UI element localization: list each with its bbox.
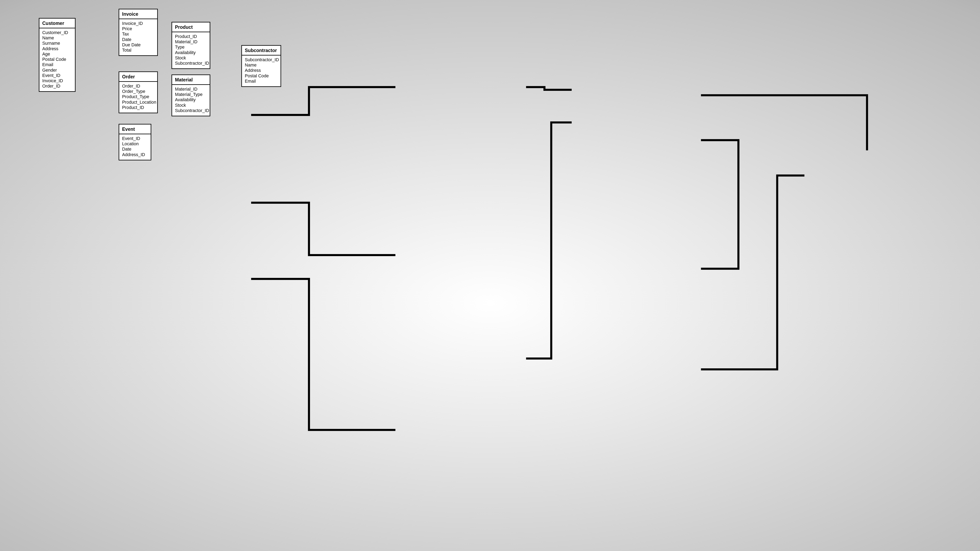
entity-subcontractor: Subcontractor Subcontractor_ID Name Addr… xyxy=(241,45,281,87)
field: Subcontractor_ID xyxy=(175,60,207,66)
field: Availability xyxy=(175,50,207,55)
entity-title: Invoice xyxy=(119,10,157,19)
entity-title: Customer xyxy=(40,19,75,29)
entity-title: Material xyxy=(172,75,210,85)
entity-fields: Product_ID Material_ID Type Availability… xyxy=(172,32,210,68)
entity-fields: Subcontractor_ID Name Address Postal Cod… xyxy=(242,56,280,86)
field: Gender xyxy=(42,68,72,73)
field: Subcontractor_ID xyxy=(245,57,278,62)
field: Material_ID xyxy=(175,39,207,44)
entity-title: Product xyxy=(172,22,210,32)
entity-material: Material Material_ID Material_Type Avail… xyxy=(172,75,210,116)
entity-fields: Material_ID Material_Type Availability S… xyxy=(172,85,210,116)
entity-fields: Invoice_ID Price Tax Date Due Date Total xyxy=(119,19,157,55)
field: Stock xyxy=(175,55,207,60)
entity-title: Event xyxy=(119,124,151,134)
field: Order_ID xyxy=(42,83,72,89)
field: Order_ID xyxy=(122,83,154,89)
entity-fields: Event_ID Location Date Address_ID xyxy=(119,134,151,160)
field: Email xyxy=(245,79,278,84)
entity-product: Product Product_ID Material_ID Type Avai… xyxy=(172,22,210,69)
field: Location xyxy=(122,141,148,146)
entity-title: Subcontractor xyxy=(242,46,280,56)
field: Date xyxy=(122,37,154,42)
field: Tax xyxy=(122,32,154,37)
field: Type xyxy=(175,44,207,50)
field: Surname xyxy=(42,41,72,46)
field: Age xyxy=(42,51,72,57)
entity-fields: Customer_ID Name Surname Address Age Pos… xyxy=(40,29,75,91)
field: Address xyxy=(245,68,278,73)
field: Address xyxy=(42,46,72,51)
field: Product_Location xyxy=(122,100,154,105)
entity-order: Order Order_ID Order_Type Product_Type P… xyxy=(119,71,158,113)
field: Customer_ID xyxy=(42,30,72,35)
entity-event: Event Event_ID Location Date Address_ID xyxy=(119,124,151,160)
field: Product_Type xyxy=(122,94,154,99)
field: Product_ID xyxy=(122,105,154,110)
field: Event_ID xyxy=(122,136,148,141)
field: Total xyxy=(122,48,154,53)
field: Price xyxy=(122,26,154,32)
field: Stock xyxy=(175,103,207,108)
field: Invoice_ID xyxy=(42,78,72,83)
entity-fields: Order_ID Order_Type Product_Type Product… xyxy=(119,82,157,113)
field: Event_ID xyxy=(42,73,72,78)
field: Product_ID xyxy=(175,34,207,39)
field: Postal Code xyxy=(42,57,72,62)
field: Material_ID xyxy=(175,87,207,92)
field: Name xyxy=(245,62,278,68)
field: Date xyxy=(122,146,148,152)
entity-title: Order xyxy=(119,72,157,82)
field: Name xyxy=(42,35,72,41)
field: Postal Code xyxy=(245,73,278,79)
field: Address_ID xyxy=(122,152,148,157)
field: Email xyxy=(42,62,72,67)
field: Due Date xyxy=(122,42,154,48)
er-diagram-canvas: Customer Customer_ID Name Surname Addres… xyxy=(0,0,980,551)
entity-invoice: Invoice Invoice_ID Price Tax Date Due Da… xyxy=(119,9,158,56)
entity-customer: Customer Customer_ID Name Surname Addres… xyxy=(39,18,76,92)
field: Subcontractor_ID xyxy=(175,108,207,113)
field: Availability xyxy=(175,97,207,102)
field: Order_Type xyxy=(122,89,154,94)
field: Invoice_ID xyxy=(122,21,154,26)
field: Material_Type xyxy=(175,92,207,97)
